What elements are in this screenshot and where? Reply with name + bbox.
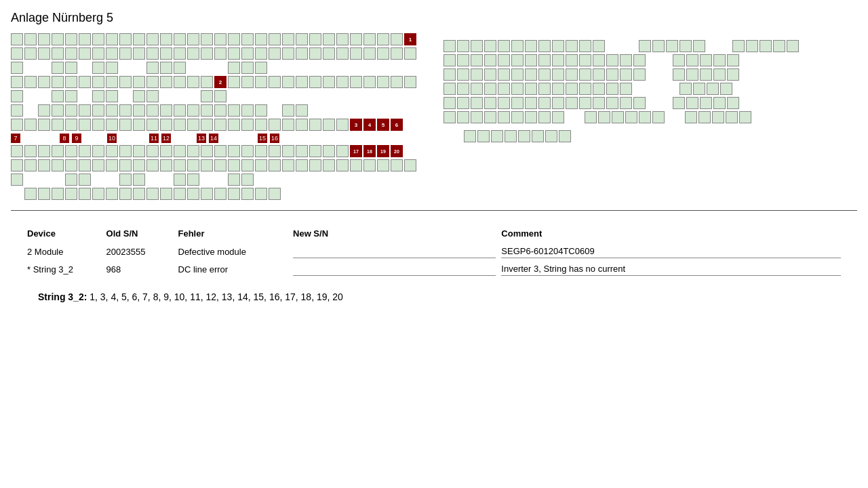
module-cell-special-5: 5 <box>377 119 389 131</box>
module-cell <box>336 33 349 45</box>
module-cell <box>241 159 254 171</box>
module-cell <box>538 68 551 81</box>
module-cell <box>404 47 416 60</box>
module-cell <box>363 159 376 171</box>
module-cell <box>511 97 524 109</box>
module-cell <box>673 97 685 109</box>
new-sn-input-1[interactable] <box>293 245 496 258</box>
rp-row-2 <box>443 54 799 66</box>
module-cell <box>11 90 23 102</box>
module-cell <box>309 159 321 171</box>
module-cell <box>309 145 321 157</box>
module-cell <box>269 145 281 157</box>
module-cell <box>241 33 254 45</box>
module-cell <box>443 40 456 52</box>
module-cell <box>606 83 618 95</box>
module-cell <box>377 33 389 45</box>
module-cell <box>566 97 578 109</box>
module-cell <box>598 111 610 123</box>
module-cell <box>52 90 64 102</box>
module-cell <box>79 174 91 186</box>
module-cell <box>146 145 159 157</box>
module-cell <box>146 188 159 200</box>
module-cell <box>457 54 469 66</box>
module-cell <box>201 188 213 200</box>
module-cell-special-19: 19 <box>377 145 389 157</box>
module-cell <box>739 111 751 123</box>
cell-new-sn-1[interactable] <box>290 243 498 260</box>
module-cell <box>673 54 685 66</box>
module-cell <box>214 33 226 45</box>
page-title: Anlage Nürnberg 5 <box>11 11 857 25</box>
header-fehler: Fehler <box>176 226 291 243</box>
module-cell <box>38 145 50 157</box>
num-label-12: 12 <box>161 134 171 143</box>
module-cell <box>350 159 362 171</box>
module-cell <box>538 83 551 95</box>
module-cell <box>552 54 564 66</box>
cell-new-sn-2[interactable] <box>290 260 498 278</box>
module-cell <box>693 83 705 95</box>
module-cell <box>160 145 172 157</box>
module-cell <box>760 40 772 52</box>
module-cell <box>606 54 618 66</box>
cell-comment-1[interactable] <box>498 243 844 260</box>
module-cell <box>241 62 254 74</box>
module-cell <box>700 68 712 81</box>
module-cell-special-2: 2 <box>214 76 226 88</box>
module-cell <box>241 174 254 186</box>
module-cell <box>484 68 496 81</box>
module-cell <box>133 90 145 102</box>
module-cell <box>187 119 199 131</box>
module-cell <box>255 159 267 171</box>
module-cell <box>160 47 172 60</box>
module-cell <box>133 174 145 186</box>
module-cell <box>545 130 557 142</box>
module-cell <box>119 159 132 171</box>
module-cell <box>119 47 132 60</box>
module-cell <box>228 119 240 131</box>
module-cell <box>566 54 578 66</box>
module-row-5 <box>11 90 416 102</box>
comment-input-1[interactable] <box>501 245 841 258</box>
cell-comment-2[interactable] <box>498 260 844 278</box>
module-cell <box>255 47 267 60</box>
module-cell <box>538 54 551 66</box>
module-cell <box>106 188 118 200</box>
module-cell <box>65 104 77 117</box>
module-cell <box>133 145 145 157</box>
module-cell <box>511 111 524 123</box>
header-device: Device <box>24 226 104 243</box>
module-cell <box>685 111 697 123</box>
module-cell <box>228 76 240 88</box>
module-cell <box>201 90 213 102</box>
module-row-3 <box>11 62 416 74</box>
new-sn-input-2[interactable] <box>293 262 496 276</box>
comment-input-2[interactable] <box>501 262 841 276</box>
module-cell <box>79 76 91 88</box>
num-label-9: 9 <box>72 134 81 143</box>
module-cell <box>269 159 281 171</box>
module-cell <box>201 119 213 131</box>
module-cell <box>377 76 389 88</box>
module-cell <box>296 159 308 171</box>
module-cell <box>350 76 362 88</box>
module-cell <box>525 83 537 95</box>
header-new-sn: New S/N <box>290 226 498 243</box>
module-cell <box>443 97 456 109</box>
module-cell <box>11 174 23 186</box>
module-cell <box>269 33 281 45</box>
module-cell <box>24 145 37 157</box>
module-cell <box>174 159 186 171</box>
module-cell <box>119 104 132 117</box>
module-cell <box>282 145 294 157</box>
module-cell <box>566 83 578 95</box>
module-cell <box>633 54 646 66</box>
module-cell <box>363 33 376 45</box>
header-old-sn: Old S/N <box>104 226 176 243</box>
module-cell <box>707 83 719 95</box>
module-row-10 <box>11 174 416 186</box>
module-cell <box>187 188 199 200</box>
module-cell <box>92 119 104 131</box>
module-cell <box>698 111 711 123</box>
